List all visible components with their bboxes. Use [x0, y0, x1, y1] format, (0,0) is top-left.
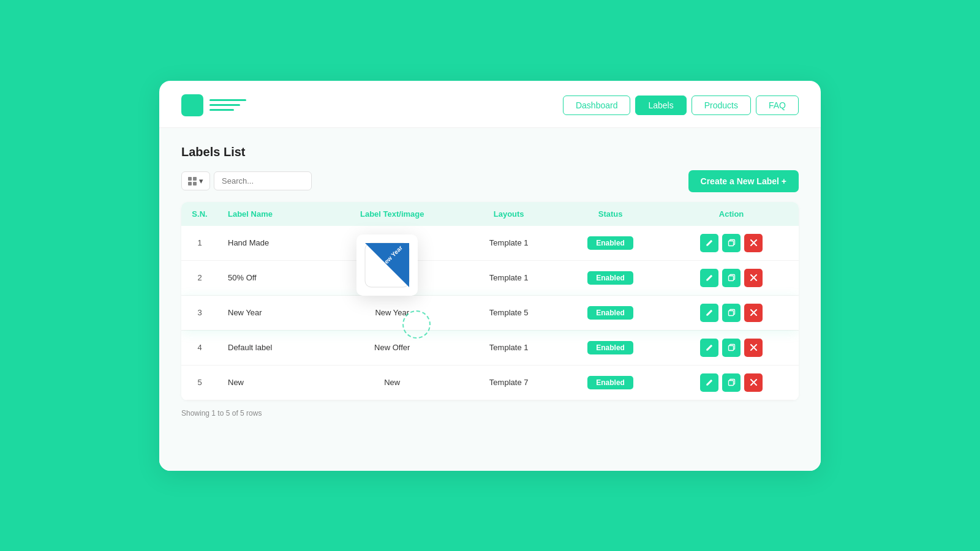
- col-label-name: Label Name: [218, 202, 323, 226]
- status-badge: Enabled: [587, 236, 633, 250]
- cell-action: [664, 295, 799, 330]
- cell-status: Enabled: [557, 260, 664, 295]
- logo-line-3: [209, 109, 234, 111]
- labels-table: S.N. Label Name Label Text/image Layouts…: [181, 202, 799, 400]
- cell-label-name: 50% Off: [218, 260, 323, 295]
- table-row: 1Hand MadeHand MadeTemplate 1Enabled: [181, 226, 799, 261]
- copy-button[interactable]: [722, 304, 741, 322]
- status-badge: Enabled: [587, 306, 633, 320]
- tab-products[interactable]: Products: [692, 96, 751, 115]
- svg-rect-12: [728, 311, 733, 316]
- main-content: Labels List ▾ Create a New Label +: [159, 128, 821, 471]
- edit-button[interactable]: [700, 304, 718, 322]
- cell-sn: 2: [181, 260, 218, 295]
- table-row: 250% Off50% OffTemplate 1Enabled: [181, 260, 799, 295]
- delete-button[interactable]: [744, 339, 763, 357]
- cell-label-name: New: [218, 365, 323, 400]
- cell-layout: Template 7: [461, 365, 557, 400]
- cell-status: Enabled: [557, 295, 664, 330]
- cell-label-name: Hand Made: [218, 226, 323, 261]
- cell-layout: Template 1: [461, 226, 557, 261]
- delete-button[interactable]: [744, 373, 763, 392]
- svg-rect-1: [728, 241, 733, 246]
- status-badge: Enabled: [587, 341, 633, 354]
- cell-sn: 5: [181, 365, 218, 400]
- delete-button[interactable]: [744, 269, 763, 287]
- cell-label-text: New: [323, 365, 461, 400]
- grid-view-button[interactable]: ▾: [181, 171, 210, 190]
- toolbar-left: ▾: [181, 171, 312, 190]
- toolbar: ▾ Create a New Label +: [181, 170, 799, 192]
- cell-action: [664, 365, 799, 400]
- tab-dashboard[interactable]: Dashboard: [563, 96, 631, 115]
- label-preview-popup: New Year: [356, 234, 418, 296]
- cell-label-name: Default label: [218, 330, 323, 365]
- table-row: 3New Year New Year New YearTemplate 5Ena…: [181, 295, 799, 330]
- create-label-button[interactable]: Create a New Label +: [688, 170, 799, 192]
- cell-layout: Template 5: [461, 295, 557, 330]
- copy-button[interactable]: [722, 269, 741, 287]
- chevron-down-icon: ▾: [199, 176, 203, 186]
- table-row: 5NewNewTemplate 7Enabled: [181, 365, 799, 400]
- tab-faq[interactable]: FAQ: [756, 96, 799, 115]
- col-sn: S.N.: [181, 202, 218, 226]
- cell-layout: Template 1: [461, 330, 557, 365]
- pagination-info: Showing 1 to 5 of 5 rows: [181, 409, 799, 418]
- cell-sn: 4: [181, 330, 218, 365]
- page-title: Labels List: [181, 145, 799, 159]
- edit-button[interactable]: [700, 373, 718, 392]
- grid-icon: [188, 177, 197, 186]
- copy-button[interactable]: [722, 373, 741, 392]
- col-label-text: Label Text/image: [323, 202, 461, 226]
- status-badge: Enabled: [587, 376, 633, 389]
- cell-label-name: New Year: [218, 295, 323, 330]
- col-layouts: Layouts: [461, 202, 557, 226]
- cell-status: Enabled: [557, 330, 664, 365]
- logo-icon: [181, 94, 203, 116]
- cell-sn: 1: [181, 226, 218, 261]
- search-input[interactable]: [214, 171, 312, 190]
- status-badge: Enabled: [587, 271, 633, 285]
- new-year-label-badge: New Year: [363, 241, 412, 290]
- table-header-row: S.N. Label Name Label Text/image Layouts…: [181, 202, 799, 226]
- cell-status: Enabled: [557, 365, 664, 400]
- edit-button[interactable]: [700, 339, 718, 357]
- col-action: Action: [664, 202, 799, 226]
- cell-layout: Template 1: [461, 260, 557, 295]
- cell-status: Enabled: [557, 226, 664, 261]
- nav-tabs: Dashboard Labels Products FAQ: [563, 96, 799, 115]
- svg-rect-20: [728, 381, 733, 386]
- delete-button[interactable]: [744, 234, 763, 252]
- logo-area: [181, 94, 563, 116]
- cell-sn: 3: [181, 295, 218, 330]
- logo-line-2: [209, 104, 240, 106]
- copy-button[interactable]: [722, 339, 741, 357]
- col-status: Status: [557, 202, 664, 226]
- svg-rect-5: [728, 276, 733, 281]
- tab-labels[interactable]: Labels: [635, 96, 686, 115]
- logo-lines: [209, 99, 246, 111]
- logo-line-1: [209, 99, 246, 101]
- delete-button[interactable]: [744, 304, 763, 322]
- copy-button[interactable]: [722, 234, 741, 252]
- cell-action: [664, 226, 799, 261]
- cell-action: [664, 260, 799, 295]
- edit-button[interactable]: [700, 269, 718, 287]
- cell-label-text: New Year New Year: [323, 295, 461, 330]
- svg-rect-16: [728, 346, 733, 351]
- cell-action: [664, 330, 799, 365]
- edit-button[interactable]: [700, 234, 718, 252]
- table-row: 4Default labelNew OfferTemplate 1Enabled: [181, 330, 799, 365]
- cell-label-text: New Offer: [323, 330, 461, 365]
